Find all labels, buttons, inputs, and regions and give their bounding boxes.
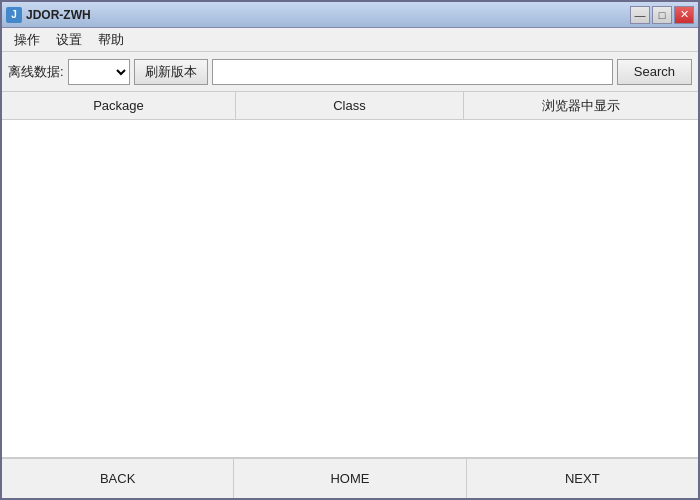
refresh-button[interactable]: 刷新版本 bbox=[134, 59, 208, 85]
menu-bar: 操作 设置 帮助 bbox=[2, 28, 698, 52]
toolbar: 离线数据: 刷新版本 Search bbox=[2, 52, 698, 92]
back-button[interactable]: BACK bbox=[2, 459, 234, 498]
search-input[interactable] bbox=[212, 59, 613, 85]
table-body bbox=[2, 120, 698, 458]
bottom-bar: BACK HOME NEXT bbox=[2, 458, 698, 498]
table-header: Package Class 浏览器中显示 bbox=[2, 92, 698, 120]
title-bar: J JDOR-ZWH — □ ✕ bbox=[2, 2, 698, 28]
column-header-package: Package bbox=[2, 92, 236, 119]
next-button[interactable]: NEXT bbox=[467, 459, 698, 498]
version-select-wrapper bbox=[68, 59, 130, 85]
close-button[interactable]: ✕ bbox=[674, 6, 694, 24]
maximize-button[interactable]: □ bbox=[652, 6, 672, 24]
version-select[interactable] bbox=[69, 60, 129, 84]
offline-data-label: 离线数据: bbox=[8, 63, 64, 81]
search-button[interactable]: Search bbox=[617, 59, 692, 85]
menu-item-help[interactable]: 帮助 bbox=[90, 29, 132, 51]
app-icon: J bbox=[6, 7, 22, 23]
main-window: J JDOR-ZWH — □ ✕ 操作 设置 帮助 离线数据: 刷新版本 Sea… bbox=[0, 0, 700, 500]
window-title: JDOR-ZWH bbox=[26, 8, 91, 22]
home-button[interactable]: HOME bbox=[234, 459, 466, 498]
title-bar-left: J JDOR-ZWH bbox=[6, 7, 91, 23]
column-header-browser: 浏览器中显示 bbox=[464, 92, 698, 119]
window-controls: — □ ✕ bbox=[630, 6, 694, 24]
column-header-class: Class bbox=[236, 92, 464, 119]
menu-item-operations[interactable]: 操作 bbox=[6, 29, 48, 51]
minimize-button[interactable]: — bbox=[630, 6, 650, 24]
menu-item-settings[interactable]: 设置 bbox=[48, 29, 90, 51]
